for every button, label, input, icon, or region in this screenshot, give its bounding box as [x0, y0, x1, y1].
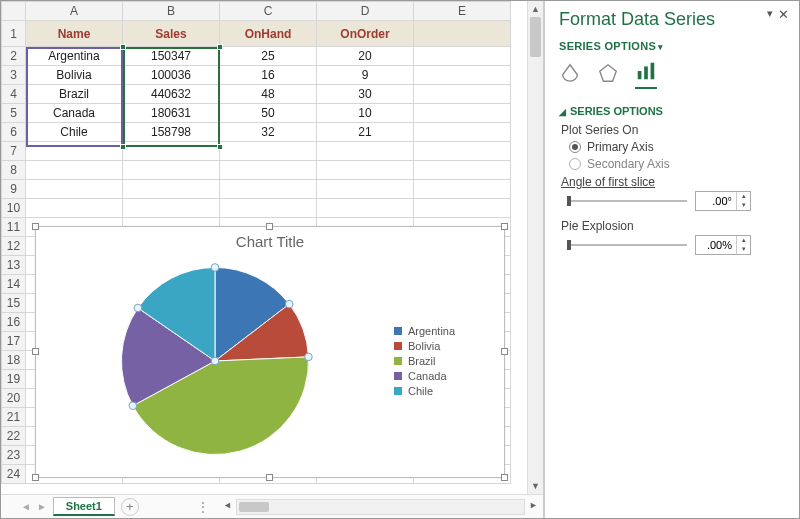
- column-header[interactable]: C: [220, 2, 317, 21]
- effects-icon[interactable]: [597, 62, 619, 87]
- cell[interactable]: [414, 180, 511, 199]
- cell[interactable]: Name: [26, 21, 123, 47]
- cell[interactable]: 50: [220, 104, 317, 123]
- resize-handle[interactable]: [266, 223, 273, 230]
- legend-item[interactable]: Argentina: [394, 325, 504, 337]
- cell[interactable]: [414, 142, 511, 161]
- row-header[interactable]: 5: [2, 104, 26, 123]
- legend-item[interactable]: Bolivia: [394, 340, 504, 352]
- spin-down-icon[interactable]: ▾: [737, 245, 750, 254]
- cell[interactable]: [123, 199, 220, 218]
- cell[interactable]: [26, 180, 123, 199]
- scroll-left-arrow[interactable]: ◄: [223, 500, 232, 510]
- tab-nav-prev-icon[interactable]: ◄: [21, 501, 31, 512]
- explosion-slider[interactable]: [567, 238, 687, 252]
- row-header[interactable]: 3: [2, 66, 26, 85]
- panel-close-icon[interactable]: ✕: [778, 7, 789, 22]
- row-header[interactable]: 24: [2, 465, 26, 484]
- row-header[interactable]: 23: [2, 446, 26, 465]
- cell[interactable]: Brazil: [26, 85, 123, 104]
- row-header[interactable]: 21: [2, 408, 26, 427]
- row-header[interactable]: 14: [2, 275, 26, 294]
- cell[interactable]: 25: [220, 47, 317, 66]
- cell[interactable]: [414, 66, 511, 85]
- selection-point[interactable]: [129, 402, 137, 410]
- scroll-right-arrow[interactable]: ►: [529, 500, 538, 510]
- resize-handle[interactable]: [32, 474, 39, 481]
- hscroll-thumb[interactable]: [239, 502, 269, 512]
- row-header[interactable]: 2: [2, 47, 26, 66]
- row-header[interactable]: 11: [2, 218, 26, 237]
- angle-slider[interactable]: [567, 194, 687, 208]
- cell[interactable]: [317, 180, 414, 199]
- cell[interactable]: 20: [317, 47, 414, 66]
- cell[interactable]: [414, 85, 511, 104]
- horizontal-scrollbar[interactable]: ◄ ►: [236, 499, 525, 515]
- cell[interactable]: 32: [220, 123, 317, 142]
- tab-nav-next-icon[interactable]: ►: [37, 501, 47, 512]
- row-header[interactable]: 1: [2, 21, 26, 47]
- column-header[interactable]: B: [123, 2, 220, 21]
- chart-title[interactable]: Chart Title: [36, 227, 504, 250]
- panel-pin-icon[interactable]: ▾: [767, 7, 773, 20]
- cell[interactable]: [414, 161, 511, 180]
- cell[interactable]: [414, 199, 511, 218]
- cell[interactable]: [414, 21, 511, 47]
- scroll-down-arrow[interactable]: ▼: [528, 478, 543, 494]
- spin-up-icon[interactable]: ▴: [737, 192, 750, 201]
- resize-handle[interactable]: [501, 474, 508, 481]
- embedded-chart[interactable]: Chart Title ArgentinaBoliviaBrazilCanada…: [35, 226, 505, 478]
- cell[interactable]: [220, 199, 317, 218]
- cell[interactable]: 180631: [123, 104, 220, 123]
- pie-plot-area[interactable]: [36, 256, 394, 466]
- secondary-axis-radio[interactable]: Secondary Axis: [569, 157, 787, 171]
- cell[interactable]: [123, 142, 220, 161]
- cell[interactable]: 48: [220, 85, 317, 104]
- resize-handle[interactable]: [32, 223, 39, 230]
- spin-up-icon[interactable]: ▴: [737, 236, 750, 245]
- row-header[interactable]: 15: [2, 294, 26, 313]
- row-header[interactable]: 17: [2, 332, 26, 351]
- selection-point[interactable]: [211, 264, 219, 272]
- legend-item[interactable]: Chile: [394, 385, 504, 397]
- cell[interactable]: 30: [317, 85, 414, 104]
- spin-down-icon[interactable]: ▾: [737, 201, 750, 210]
- scroll-up-arrow[interactable]: ▲: [528, 1, 543, 17]
- resize-handle[interactable]: [32, 348, 39, 355]
- selection-point[interactable]: [285, 300, 293, 308]
- cell[interactable]: 150347: [123, 47, 220, 66]
- legend-item[interactable]: Canada: [394, 370, 504, 382]
- selection-point[interactable]: [134, 304, 142, 312]
- cell[interactable]: Bolivia: [26, 66, 123, 85]
- column-header[interactable]: E: [414, 2, 511, 21]
- chart-legend[interactable]: ArgentinaBoliviaBrazilCanadaChile: [394, 322, 504, 400]
- primary-axis-radio[interactable]: Primary Axis: [569, 140, 787, 154]
- cell[interactable]: 21: [317, 123, 414, 142]
- cell[interactable]: [414, 123, 511, 142]
- row-header[interactable]: 19: [2, 370, 26, 389]
- row-header[interactable]: 4: [2, 85, 26, 104]
- legend-item[interactable]: Brazil: [394, 355, 504, 367]
- row-header[interactable]: 13: [2, 256, 26, 275]
- cell[interactable]: OnHand: [220, 21, 317, 47]
- resize-handle[interactable]: [501, 348, 508, 355]
- cell[interactable]: Sales: [123, 21, 220, 47]
- scroll-thumb[interactable]: [530, 17, 541, 57]
- row-header[interactable]: 16: [2, 313, 26, 332]
- sheet-tab[interactable]: Sheet1: [53, 497, 115, 516]
- fill-line-icon[interactable]: [559, 62, 581, 87]
- cell[interactable]: [317, 142, 414, 161]
- cell[interactable]: 158798: [123, 123, 220, 142]
- cell[interactable]: [317, 161, 414, 180]
- cell[interactable]: [123, 180, 220, 199]
- cell[interactable]: [26, 161, 123, 180]
- cell[interactable]: [220, 180, 317, 199]
- resize-handle[interactable]: [266, 474, 273, 481]
- row-header[interactable]: 12: [2, 237, 26, 256]
- cell[interactable]: Canada: [26, 104, 123, 123]
- cell[interactable]: [123, 161, 220, 180]
- angle-spinner[interactable]: .00° ▴▾: [695, 191, 751, 211]
- row-header[interactable]: 8: [2, 161, 26, 180]
- row-header[interactable]: 20: [2, 389, 26, 408]
- row-header[interactable]: 10: [2, 199, 26, 218]
